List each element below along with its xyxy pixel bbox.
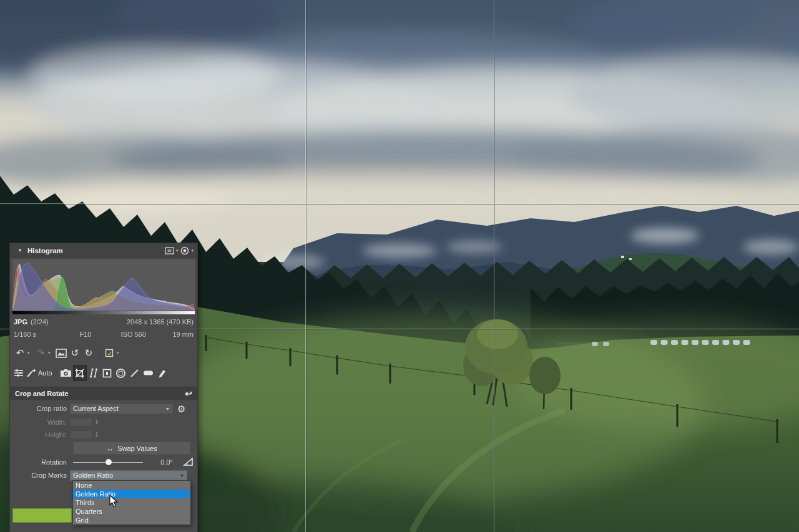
exif-row: 1/160 s F10 ISO 560 19 mm [14,331,194,338]
crop-marks-row: Crop Marks Golden Ratio ▼ [10,470,197,481]
swap-values-label: Swap Values [117,445,157,452]
redo-menu-caret[interactable]: ▾ [48,351,54,355]
crop-marks-select[interactable]: Golden Ratio ▼ [70,470,187,481]
crop-ratio-select[interactable]: Current Aspect ▼ [70,404,173,414]
chevron-down-icon[interactable]: ▾ [191,248,194,253]
undo-button[interactable]: ↶ [14,346,26,360]
histogram-header: ▼ Histogram ▾ ▾ [10,243,197,258]
height-row: Height: ▲▼ [10,429,197,440]
swap-values-button[interactable]: ↔ Swap Values [73,442,190,455]
apply-button[interactable] [12,508,72,523]
histogram-mode-button[interactable] [165,247,174,254]
tools-toolbar: Auto [12,364,169,382]
radial-filter-tool-icon[interactable] [142,365,155,380]
auto-enhance-button[interactable]: Auto [26,365,52,380]
reset-section-button[interactable]: ↩ [185,389,192,399]
file-format: JPG [14,318,27,326]
crop-ratio-row: Crop ratio Current Aspect ▼ ⚙ [10,403,197,414]
rotation-row: Rotation 0.0° [10,457,197,468]
chevron-down-icon: ▼ [180,473,184,478]
rotate-left-button[interactable]: ↺ [69,346,81,360]
dropdown-option-quarters[interactable]: Quarters [73,507,190,516]
image-size: 2048 x 1365 (470 KB) [127,318,194,326]
section-title: Crop and Rotate [15,390,69,397]
rotation-slider[interactable] [73,457,143,467]
height-spinner[interactable]: ▲▼ [95,430,101,439]
level-tool-icon[interactable] [183,457,194,468]
develop-panel: ▼ Histogram ▾ ▾ JPG (2/24) 2048 x 1365 (… [10,243,197,532]
redo-button[interactable]: ↷ [34,346,47,360]
file-info-row: JPG (2/24) 2048 x 1365 (470 KB) [14,318,194,326]
histogram-plot [12,259,195,311]
dropdown-option-golden-ratio[interactable]: Golden Ratio [73,490,190,498]
frame-counter: (2/24) [31,318,49,326]
frame-tool-icon[interactable] [101,365,114,380]
auto-label: Auto [38,369,52,377]
width-label: Width: [10,418,70,426]
crop-ratio-value: Current Aspect [73,405,119,412]
rotate-right-button[interactable]: ↻ [82,346,95,360]
clouds [0,0,799,213]
width-spinner[interactable]: ▲▼ [95,418,101,427]
dropdown-option-none[interactable]: None [73,481,190,490]
dropdown-option-grid[interactable]: Grid [73,516,190,525]
shutter-speed: 1/160 s [14,331,62,338]
width-input[interactable] [70,418,92,427]
toolbar-divider [99,347,99,359]
undo-menu-caret[interactable]: ▾ [27,351,33,355]
rotation-label: Rotation [10,458,70,466]
height-label: Height: [10,431,70,438]
chevron-down-icon: ▼ [165,407,170,411]
filter-brush-tool-icon[interactable] [156,365,169,380]
copy-settings-caret[interactable]: ▾ [117,351,122,355]
crop-marks-dropdown-list: NoneGolden RatioThirdsQuartersGrid [73,481,190,525]
crop-marks-label: Crop Marks [10,472,70,479]
gear-icon[interactable]: ⚙ [177,404,185,414]
crop-tool-icon[interactable] [74,365,86,380]
rotation-slider-thumb[interactable] [105,459,112,465]
gradient-filter-tool-icon[interactable] [129,365,141,380]
vignette-tool-icon[interactable] [115,365,127,380]
history-toolbar: ↶ ▾ ↷ ▾ ↺ ↻ ▾ [14,344,122,362]
distant-house [629,258,632,260]
aperture: F10 [62,331,110,338]
rotation-value: 0.0° [143,458,173,466]
dropdown-option-thirds[interactable]: Thirds [73,498,190,507]
overlay-toggle-button[interactable] [180,246,189,255]
swap-arrows-icon: ↔ [106,444,114,453]
straighten-tool-icon[interactable] [87,365,100,380]
histogram-title: Histogram [27,247,63,254]
distant-house [621,256,624,258]
collapse-triangle-icon[interactable]: ▼ [17,248,22,253]
chevron-down-icon[interactable]: ▾ [176,248,179,253]
crop-ratio-label: Crop ratio [10,405,70,412]
crop-rotate-header: Crop and Rotate ↩ [10,387,197,400]
crop-marks-value: Golden Ratio [73,472,113,479]
copy-settings-button[interactable] [103,346,115,360]
iso: ISO 560 [109,331,157,338]
histogram-gradient-strip [12,311,195,314]
camera-tool-icon[interactable] [60,365,72,380]
adjustments-icon[interactable] [12,365,25,380]
compare-image-button[interactable] [55,346,67,360]
width-row: Width: ▲▼ [10,417,197,428]
focal-length: 19 mm [157,331,194,338]
editor-window: ▼ Histogram ▾ ▾ JPG (2/24) 2048 x 1365 (… [0,0,799,532]
height-input[interactable] [70,430,92,439]
